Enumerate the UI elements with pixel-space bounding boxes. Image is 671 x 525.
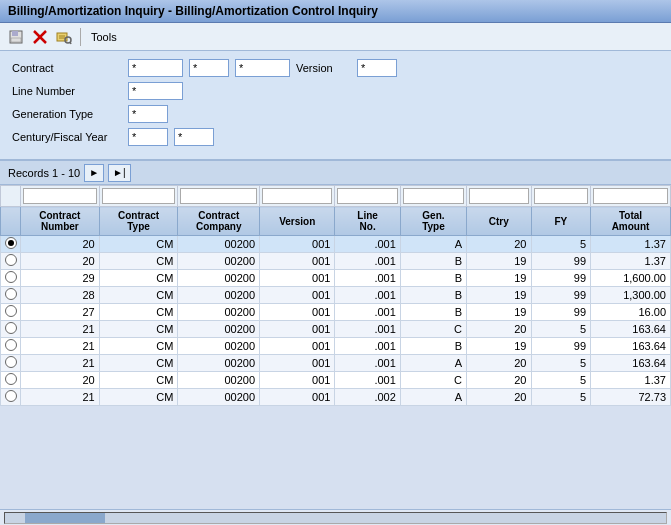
filter-fy[interactable] (534, 188, 589, 204)
century-fiscal-label: Century/Fiscal Year (12, 131, 122, 143)
table-body: 20CM00200001.001A2051.3720CM00200001.001… (1, 236, 671, 406)
delete-button[interactable] (30, 27, 50, 47)
line-no-cell: .002 (335, 389, 400, 406)
table-row[interactable]: 20CM00200001.001C2051.37 (1, 372, 671, 389)
contract-input-2[interactable] (189, 59, 229, 77)
contract-number-cell: 21 (21, 355, 100, 372)
filter-contract-type[interactable] (102, 188, 176, 204)
radio-cell[interactable] (1, 287, 21, 304)
century-input[interactable] (128, 128, 168, 146)
ctry-cell: 20 (467, 389, 531, 406)
contract-company-cell: 00200 (178, 270, 260, 287)
version-input[interactable] (357, 59, 397, 77)
table-scroll[interactable]: ContractNumber ContractType ContractComp… (0, 185, 671, 509)
contract-type-cell: CM (99, 338, 178, 355)
line-no-cell: .001 (335, 270, 400, 287)
gen-type-cell: C (400, 372, 466, 389)
contract-row: Contract Version (12, 59, 659, 77)
bottom-scrollbar[interactable] (0, 509, 671, 525)
table-row[interactable]: 28CM00200001.001B19991,300.00 (1, 287, 671, 304)
total-amount-cell: 1.37 (591, 253, 671, 270)
fy-cell: 5 (531, 321, 591, 338)
table-row[interactable]: 20CM00200001.001A2051.37 (1, 236, 671, 253)
contract-type-cell: CM (99, 236, 178, 253)
fy-cell: 5 (531, 372, 591, 389)
fy-cell: 5 (531, 355, 591, 372)
table-row[interactable]: 21CM00200001.001A205163.64 (1, 355, 671, 372)
filter-contract-number[interactable] (23, 188, 97, 204)
row-radio-button[interactable] (5, 322, 17, 334)
row-radio-button[interactable] (5, 356, 17, 368)
generation-type-input[interactable] (128, 105, 168, 123)
century-fiscal-row: Century/Fiscal Year (12, 128, 659, 146)
contract-number-cell: 20 (21, 236, 100, 253)
col-header-contract-type: ContractType (99, 207, 178, 236)
filter-ctry[interactable] (469, 188, 528, 204)
records-bar: Records 1 - 10 ► ►| (0, 161, 671, 185)
total-amount-cell: 163.64 (591, 321, 671, 338)
contract-input-1[interactable] (128, 59, 183, 77)
row-radio-button[interactable] (5, 271, 17, 283)
contract-company-cell: 00200 (178, 372, 260, 389)
row-radio-button[interactable] (5, 339, 17, 351)
fy-cell: 99 (531, 304, 591, 321)
contract-input-3[interactable] (235, 59, 290, 77)
next-page-button[interactable]: ► (84, 164, 104, 182)
radio-cell[interactable] (1, 321, 21, 338)
version-cell: 001 (260, 321, 335, 338)
contract-number-cell: 29 (21, 270, 100, 287)
filter-version[interactable] (262, 188, 332, 204)
line-number-input[interactable] (128, 82, 183, 100)
radio-cell[interactable] (1, 389, 21, 406)
line-no-cell: .001 (335, 253, 400, 270)
filter-line-no[interactable] (337, 188, 397, 204)
contract-company-cell: 00200 (178, 253, 260, 270)
contract-number-cell: 21 (21, 389, 100, 406)
contract-company-cell: 00200 (178, 236, 260, 253)
row-radio-button[interactable] (5, 237, 17, 249)
scroll-thumb[interactable] (25, 513, 105, 523)
row-radio-button[interactable] (5, 254, 17, 266)
col-header-contract-number: ContractNumber (21, 207, 100, 236)
ctry-cell: 19 (467, 304, 531, 321)
radio-cell[interactable] (1, 338, 21, 355)
filter-gen-type[interactable] (403, 188, 464, 204)
row-radio-button[interactable] (5, 373, 17, 385)
version-cell: 001 (260, 304, 335, 321)
radio-cell[interactable] (1, 304, 21, 321)
table-row[interactable]: 21CM00200001.001B1999163.64 (1, 338, 671, 355)
form-area: Contract Version Line Number Generation … (0, 51, 671, 161)
line-no-cell: .001 (335, 338, 400, 355)
radio-cell[interactable] (1, 355, 21, 372)
fiscal-input[interactable] (174, 128, 214, 146)
table-row[interactable]: 20CM00200001.001B19991.37 (1, 253, 671, 270)
radio-cell[interactable] (1, 236, 21, 253)
toolbar-separator (80, 28, 81, 46)
radio-cell[interactable] (1, 372, 21, 389)
row-radio-button[interactable] (5, 305, 17, 317)
filter-total-amount[interactable] (593, 188, 668, 204)
row-radio-button[interactable] (5, 390, 17, 402)
table-row[interactable]: 29CM00200001.001B19991,600.00 (1, 270, 671, 287)
tools-menu[interactable]: Tools (87, 29, 121, 45)
radio-cell[interactable] (1, 270, 21, 287)
gen-type-cell: A (400, 236, 466, 253)
table-row[interactable]: 21CM00200001.001C205163.64 (1, 321, 671, 338)
col-header-ctry: Ctry (467, 207, 531, 236)
save-button[interactable] (6, 27, 26, 47)
find-button[interactable] (54, 27, 74, 47)
gen-type-cell: B (400, 287, 466, 304)
version-cell: 001 (260, 338, 335, 355)
contract-type-cell: CM (99, 270, 178, 287)
radio-cell[interactable] (1, 253, 21, 270)
contract-company-cell: 00200 (178, 389, 260, 406)
scroll-track[interactable] (4, 512, 667, 524)
table-row[interactable]: 21CM00200001.002A20572.73 (1, 389, 671, 406)
table-row[interactable]: 27CM00200001.001B199916.00 (1, 304, 671, 321)
row-radio-button[interactable] (5, 288, 17, 300)
filter-contract-company[interactable] (180, 188, 257, 204)
version-cell: 001 (260, 372, 335, 389)
col-header-line-no: LineNo. (335, 207, 400, 236)
last-page-button[interactable]: ►| (108, 164, 131, 182)
version-cell: 001 (260, 389, 335, 406)
